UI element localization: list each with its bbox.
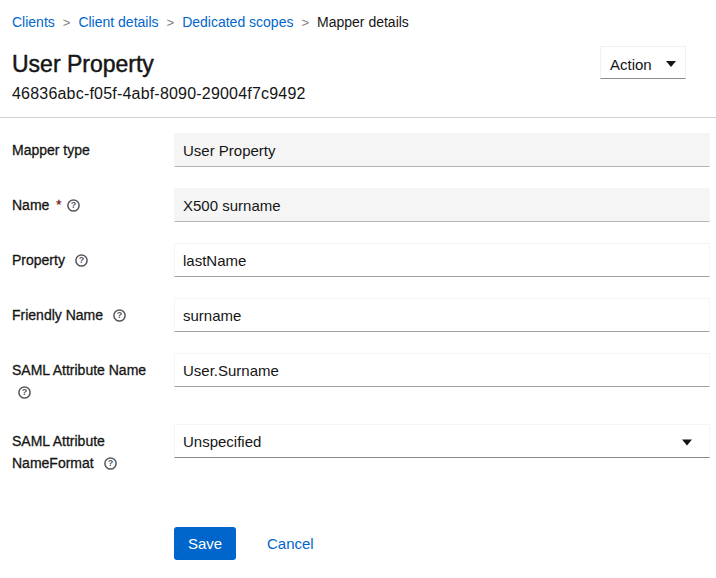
svg-text:?: ? (107, 458, 113, 468)
svg-text:?: ? (79, 255, 85, 265)
svg-text:?: ? (22, 387, 28, 397)
svg-text:?: ? (117, 310, 123, 320)
svg-text:?: ? (71, 200, 77, 210)
